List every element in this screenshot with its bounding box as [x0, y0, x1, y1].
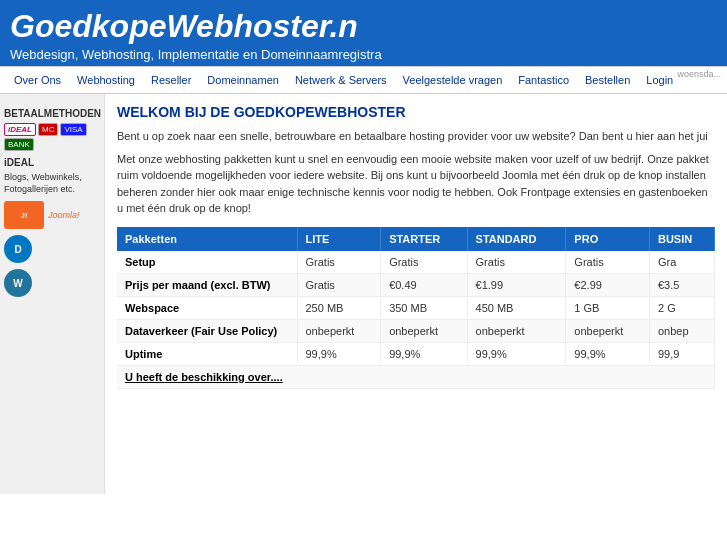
joomla-logo-icon: J! [4, 201, 44, 229]
drupal-logo-icon: D [4, 235, 32, 263]
row-label: Dataverkeer (Fair Use Policy) [117, 319, 297, 342]
row-value-0: Gratis [297, 273, 381, 296]
nav-item-domeinnamen[interactable]: Domeinnamen [199, 70, 287, 90]
nav-item-webhosting[interactable]: Webhosting [69, 70, 143, 90]
woensdag-label: woensda... [677, 69, 721, 79]
table-row: Prijs per maand (excl. BTW)Gratis€0.49€1… [117, 273, 715, 296]
row-value-4: 99,9 [649, 342, 714, 365]
nav-items: Over OnsWebhostingResellerDomeinnamenNet… [6, 70, 681, 90]
sidebar: BETAALMETHODEN iDEAL MC VISA BANK iDEAL … [0, 94, 105, 494]
shop-text: Blogs, Webwinkels, Fotogallerijen etc. [4, 172, 100, 195]
row-value-3: onbeperkt [566, 319, 650, 342]
row-value-1: 350 MB [381, 296, 467, 319]
site-subtitle: Webdesign, Webhosting, Implementatie en … [10, 47, 717, 62]
wordpress-logo-container: W [4, 269, 100, 297]
row-value-2: onbeperkt [467, 319, 566, 342]
table-header-row: PakkettenLITESTARTERSTANDARDPROBUSIN [117, 227, 715, 251]
content-title: WELKOM BIJ DE GOEDKOPEWEBHOSTER [117, 104, 715, 120]
row-label: Setup [117, 251, 297, 274]
bank-icon: BANK [4, 138, 34, 151]
nav-item-bestellen[interactable]: Bestellen [577, 70, 638, 90]
row-value-0: 99,9% [297, 342, 381, 365]
row-value-0: onbeperkt [297, 319, 381, 342]
row-value-1: onbeperkt [381, 319, 467, 342]
row-value-1: €0.49 [381, 273, 467, 296]
mastercard-icon: MC [38, 123, 58, 136]
row-value-1: Gratis [381, 251, 467, 274]
table-header-pakketten: Pakketten [117, 227, 297, 251]
nav-item-netwerk-&-servers[interactable]: Netwerk & Servers [287, 70, 395, 90]
nav-item-veelgestelde-vragen[interactable]: Veelgestelde vragen [395, 70, 511, 90]
row-label: Prijs per maand (excl. BTW) [117, 273, 297, 296]
row-value-3: €2.99 [566, 273, 650, 296]
nav-item-login[interactable]: Login [638, 70, 681, 90]
main-content: WELKOM BIJ DE GOEDKOPEWEBHOSTER Bent u o… [105, 94, 727, 494]
pricing-table: PakkettenLITESTARTERSTANDARDPROBUSIN Set… [117, 227, 715, 389]
row-value-4: 2 G [649, 296, 714, 319]
row-value-4: €3.5 [649, 273, 714, 296]
wordpress-logo-icon: W [4, 269, 32, 297]
row-value-3: Gratis [566, 251, 650, 274]
table-link-row[interactable]: U heeft de beschikking over.... [117, 365, 715, 388]
intro-paragraph-2: Met onze webhosting pakketten kunt u sne… [117, 151, 715, 217]
row-value-2: €1.99 [467, 273, 566, 296]
table-row: Uptime99,9%99,9%99,9%99,9%99,9 [117, 342, 715, 365]
row-value-3: 99,9% [566, 342, 650, 365]
main-layout: BETAALMETHODEN iDEAL MC VISA BANK iDEAL … [0, 94, 727, 494]
intro-paragraph-1: Bent u op zoek naar een snelle, betrouwb… [117, 128, 715, 145]
payment-icons: iDEAL MC VISA BANK [4, 123, 100, 151]
row-value-2: Gratis [467, 251, 566, 274]
site-header: GoedkopeWebhoster.n Webdesign, Webhostin… [0, 0, 727, 66]
nav-item-fantastico[interactable]: Fantastico [510, 70, 577, 90]
table-body: SetupGratisGratisGratisGratisGraPrijs pe… [117, 251, 715, 389]
row-value-3: 1 GB [566, 296, 650, 319]
row-value-2: 99,9% [467, 342, 566, 365]
row-value-2: 450 MB [467, 296, 566, 319]
joomla-label: Joomla! [48, 210, 80, 220]
joomla-logo-container: J! Joomla! [4, 201, 100, 229]
row-value-0: Gratis [297, 251, 381, 274]
ideal-icon: iDEAL [4, 123, 36, 136]
site-title: GoedkopeWebhoster.n [10, 8, 717, 45]
row-label: Uptime [117, 342, 297, 365]
table-row: SetupGratisGratisGratisGratisGra [117, 251, 715, 274]
navbar: Over OnsWebhostingResellerDomeinnamenNet… [0, 66, 727, 94]
row-label: Webspace [117, 296, 297, 319]
visa-icon: VISA [60, 123, 86, 136]
row-value-1: 99,9% [381, 342, 467, 365]
table-header-busin: BUSIN [649, 227, 714, 251]
payment-section-title: BETAALMETHODEN [4, 108, 100, 119]
table-link-cell[interactable]: U heeft de beschikking over.... [117, 365, 715, 388]
nav-item-over-ons[interactable]: Over Ons [6, 70, 69, 90]
drupal-logo-container: D [4, 235, 100, 263]
table-header-pro: PRO [566, 227, 650, 251]
table-row: Dataverkeer (Fair Use Policy)onbeperkton… [117, 319, 715, 342]
table-header-starter: STARTER [381, 227, 467, 251]
ideal-section-title: iDEAL [4, 157, 100, 168]
table-header-lite: LITE [297, 227, 381, 251]
row-value-4: onbep [649, 319, 714, 342]
table-header-standard: STANDARD [467, 227, 566, 251]
row-value-0: 250 MB [297, 296, 381, 319]
nav-item-reseller[interactable]: Reseller [143, 70, 199, 90]
table-row: Webspace250 MB350 MB450 MB1 GB2 G [117, 296, 715, 319]
row-value-4: Gra [649, 251, 714, 274]
